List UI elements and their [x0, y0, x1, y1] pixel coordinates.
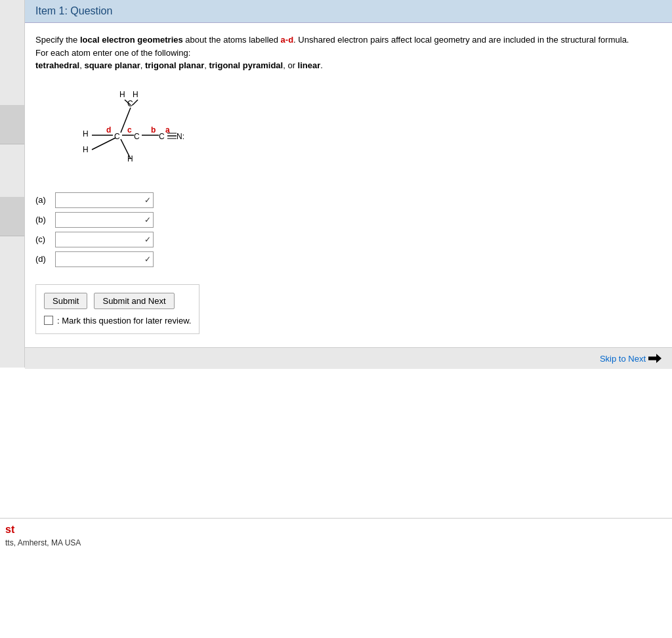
skip-label: Skip to Next — [600, 354, 646, 364]
btn-row: Submit Submit and Next — [44, 293, 191, 309]
buttons-section: Submit Submit and Next : Mark this quest… — [35, 284, 200, 334]
mol-c-top: C — [127, 99, 133, 108]
geom-or: , or — [283, 60, 297, 70]
main-content: Item 1: Question Specify the local elect… — [25, 0, 672, 369]
question-intro: Specify the — [35, 35, 80, 45]
question-middle2: . Unshared electron pairs affect local g… — [293, 35, 629, 45]
bond-htr-c — [133, 100, 138, 105]
mark-checkbox[interactable] — [44, 316, 53, 325]
period: . — [320, 60, 323, 70]
submit-button[interactable]: Submit — [44, 293, 87, 309]
select-wrapper-c: tetrahedral square planar trigonal plana… — [55, 232, 154, 247]
select-c[interactable]: tetrahedral square planar trigonal plana… — [55, 232, 154, 247]
footer-red-text: st — [5, 524, 667, 536]
mol-h-bottom: H — [83, 145, 89, 154]
mol-h-left: H — [83, 129, 89, 138]
mark-row: : Mark this question for later review. — [44, 316, 191, 326]
answer-row-a: (a) tetrahedral square planar trigonal p… — [35, 192, 662, 208]
geom-square-planar: square planar — [84, 60, 140, 70]
skip-bar: Skip to Next — [25, 347, 672, 369]
answer-row-d: (d) tetrahedral square planar trigonal p… — [35, 251, 662, 267]
geom-trigonal-pyramidal: trigonal pyramidal — [209, 60, 283, 70]
label-c: (c) — [35, 234, 55, 244]
arrow-right-icon — [648, 354, 662, 363]
item-title: Item 1: Question — [35, 5, 112, 16]
select-wrapper-b: tetrahedral square planar trigonal plana… — [55, 212, 154, 228]
mol-c-right: C — [159, 132, 165, 141]
mark-label: : Mark this question for later review. — [57, 316, 191, 326]
select-b[interactable]: tetrahedral square planar trigonal plana… — [55, 212, 154, 228]
footer-area: st tts, Amherst, MA USA — [0, 518, 672, 553]
select-a[interactable]: tetrahedral square planar trigonal plana… — [55, 192, 154, 208]
submit-next-button[interactable]: Submit and Next — [94, 293, 174, 309]
bond-hbot-cleft — [92, 138, 116, 150]
mol-label-c: c — [127, 125, 132, 135]
select-wrapper-d: tetrahedral square planar trigonal plana… — [55, 251, 154, 267]
geom-linear: linear — [298, 60, 321, 70]
geom-tetrahedral: tetrahedral — [35, 60, 79, 70]
comma2: , — [140, 60, 145, 70]
select-d[interactable]: tetrahedral square planar trigonal plana… — [55, 251, 154, 267]
label-a: (a) — [35, 195, 55, 205]
label-d: (d) — [35, 254, 55, 264]
question-text: Specify the local electron geometries ab… — [35, 33, 662, 72]
skip-to-next-link[interactable]: Skip to Next — [600, 354, 662, 364]
sidebar-item-2 — [0, 197, 24, 236]
answer-row-c: (c) tetrahedral square planar trigonal p… — [35, 232, 662, 247]
molecule-diagram: H H C H d C c C b a — [62, 85, 200, 177]
select-wrapper-a: tetrahedral square planar trigonal plana… — [55, 192, 154, 208]
mol-c-center: C — [134, 132, 140, 141]
question-middle1: about the atoms labelled — [183, 35, 281, 45]
mol-h2: H — [133, 90, 138, 99]
sidebar — [0, 0, 25, 368]
question-red-atoms: a-d — [281, 35, 294, 45]
question-line2: For each atom enter one of the following… — [35, 48, 190, 58]
question-body: Specify the local electron geometries ab… — [25, 23, 672, 187]
label-b: (b) — [35, 215, 55, 224]
sidebar-item-1 — [0, 105, 24, 144]
page-wrapper: Item 1: Question Specify the local elect… — [0, 0, 672, 638]
mol-label-b: b — [151, 125, 156, 135]
mol-c-left: C — [114, 132, 120, 141]
question-bold1: local electron geometries — [80, 35, 183, 45]
bond-hbot2-cleft — [121, 139, 131, 159]
mol-label-d: d — [106, 125, 111, 135]
answer-section: (a) tetrahedral square planar trigonal p… — [25, 187, 672, 276]
geom-trigonal-planar: trigonal planar — [145, 60, 204, 70]
answer-row-b: (b) tetrahedral square planar trigonal p… — [35, 212, 662, 228]
mol-n: N: — [177, 132, 184, 141]
footer-address: tts, Amherst, MA USA — [5, 538, 667, 547]
molecule-container: H H C H d C c C b a — [62, 85, 200, 177]
mol-h1: H — [119, 90, 125, 99]
item-header: Item 1: Question — [25, 0, 672, 23]
